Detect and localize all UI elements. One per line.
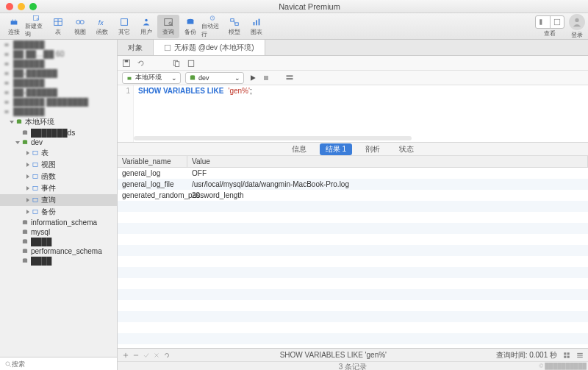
svg-rect-25	[540, 19, 542, 25]
toolbar-label: 备份	[184, 28, 196, 36]
connection-item[interactable]: ██-██████	[0, 88, 117, 97]
svg-rect-46	[33, 199, 37, 202]
save-icon[interactable]	[122, 59, 131, 68]
expand-arrow[interactable]	[10, 121, 14, 124]
column-header[interactable]: Variable_name	[118, 156, 187, 167]
connection-item[interactable]: ██████	[0, 59, 117, 68]
tree-db-dev[interactable]: dev	[0, 138, 117, 147]
maximize-window[interactable]	[29, 3, 37, 10]
toolbar-model[interactable]: 模型	[223, 15, 245, 38]
tree-label: ███████ds	[31, 129, 75, 137]
svg-rect-3	[34, 15, 39, 20]
result-tab[interactable]: 信息	[286, 143, 312, 155]
minimize-window[interactable]	[18, 3, 25, 10]
toolbar-query[interactable]: 查询	[157, 15, 179, 38]
expand-arrow[interactable]	[26, 163, 29, 167]
connection-item[interactable]: ██████	[0, 78, 117, 88]
connection-item[interactable]: ██████	[0, 40, 117, 49]
tree-table[interactable]: 表	[0, 147, 117, 159]
db-selector[interactable]: dev ⌄	[185, 72, 244, 84]
sql-editor[interactable]: 1 SHOW VARIABLES LIKE 'gen%';	[118, 85, 588, 143]
sidebar-search[interactable]	[0, 357, 117, 370]
result-tab[interactable]: 结果 1	[320, 143, 352, 155]
tree-db[interactable]: performance_schema	[0, 246, 117, 256]
toolbar-label: 连接	[8, 28, 20, 36]
result-tabs: 信息结果 1剖析状态	[118, 143, 588, 156]
svg-rect-69	[264, 76, 268, 80]
svg-rect-65	[188, 60, 194, 66]
close-window[interactable]	[6, 3, 13, 10]
plug-icon	[3, 89, 10, 96]
result-grid[interactable]: Variable_name Value general_logOFFgenera…	[118, 156, 588, 348]
tree-db[interactable]: information_schema	[0, 218, 117, 227]
toolbar-label: 图表	[251, 28, 262, 36]
remove-icon[interactable]	[132, 352, 140, 359]
tree-db[interactable]: ████	[0, 256, 117, 266]
expand-arrow[interactable]	[26, 151, 29, 155]
form-view-icon[interactable]	[576, 352, 584, 359]
tab-query[interactable]: 无标题 @dev (本地环境)	[154, 40, 265, 55]
undo-icon[interactable]	[137, 59, 146, 68]
check-icon[interactable]	[143, 352, 150, 359]
expand-arrow[interactable]	[26, 186, 29, 191]
add-icon[interactable]	[122, 352, 129, 359]
db-label: dev	[198, 74, 209, 82]
tree-view[interactable]: 视图	[0, 159, 117, 171]
connection-item[interactable]: ██ ██…██ 60	[0, 49, 117, 59]
plug-icon	[126, 74, 133, 82]
tree-env[interactable]: 本地环境	[0, 116, 117, 128]
tree-icon	[21, 248, 29, 255]
run-icon[interactable]	[248, 74, 257, 82]
tree-backup[interactable]: 备份	[0, 206, 117, 218]
toolbar-new-query[interactable]: 新建查询	[25, 15, 47, 38]
stop-icon[interactable]	[262, 74, 270, 82]
expand-arrow[interactable]	[26, 174, 29, 179]
tree-db[interactable]: mysql	[0, 227, 117, 237]
user-avatar[interactable]	[569, 14, 585, 30]
connection-item[interactable]: ██████	[0, 107, 117, 116]
toolbar-connect[interactable]: 连接	[3, 15, 25, 38]
connection-item[interactable]: ██-██████	[0, 68, 117, 78]
refresh-icon[interactable]	[163, 352, 171, 359]
model-icon	[229, 17, 240, 27]
tree-db[interactable]: ███████ds	[0, 128, 117, 138]
toolbar-automation[interactable]: 自动运行	[201, 15, 223, 38]
sidebar-search-input[interactable]	[12, 360, 112, 368]
tab-objects[interactable]: 对象	[118, 40, 154, 55]
svg-rect-39	[23, 131, 27, 134]
toolbar-user[interactable]: 用户	[135, 15, 157, 38]
toolbar-function[interactable]: fx函数	[91, 15, 113, 38]
svg-point-27	[575, 18, 578, 21]
tree-db[interactable]: ████	[0, 237, 117, 246]
copy-icon[interactable]	[172, 59, 181, 68]
function-icon: fx	[96, 17, 108, 27]
column-header[interactable]: Value	[187, 156, 588, 167]
connection-item[interactable]: ██████ ████████	[0, 97, 117, 107]
expand-arrow[interactable]	[15, 141, 20, 144]
tree-event[interactable]: 事件	[0, 182, 117, 194]
toolbar-backup[interactable]: 备份	[179, 15, 201, 38]
svg-rect-66	[128, 77, 132, 79]
x-icon[interactable]	[153, 352, 160, 359]
paste-icon[interactable]	[187, 59, 196, 68]
grid-view-icon[interactable]	[563, 352, 570, 359]
tree-fx[interactable]: 函数	[0, 171, 117, 182]
expand-arrow[interactable]	[26, 198, 29, 202]
chart-icon	[251, 17, 262, 27]
result-tab[interactable]: 剖析	[359, 143, 386, 155]
table-row[interactable]: general_log_file/usr/local/mysql/data/wa…	[118, 179, 588, 190]
toolbar-table[interactable]: 表	[47, 15, 69, 38]
result-tab[interactable]: 状态	[393, 143, 420, 155]
view-toggle[interactable]	[535, 15, 564, 29]
toolbar-view[interactable]: 视图	[69, 15, 91, 38]
sql-code[interactable]: SHOW VARIABLES LIKE 'gen%';	[134, 85, 257, 142]
expand-arrow[interactable]	[26, 210, 29, 214]
env-selector[interactable]: 本地环境 ⌄	[122, 72, 181, 84]
toolbar-chart[interactable]: 图表	[245, 15, 268, 38]
table-row[interactable]: general_logOFF	[118, 168, 588, 179]
horizontal-scrollbar[interactable]	[134, 136, 412, 140]
table-row[interactable]: generated_random_password_length20	[118, 190, 588, 201]
explain-icon[interactable]	[285, 74, 294, 82]
toolbar-other[interactable]: 其它	[113, 15, 135, 38]
tree-query[interactable]: 查询	[0, 194, 117, 206]
